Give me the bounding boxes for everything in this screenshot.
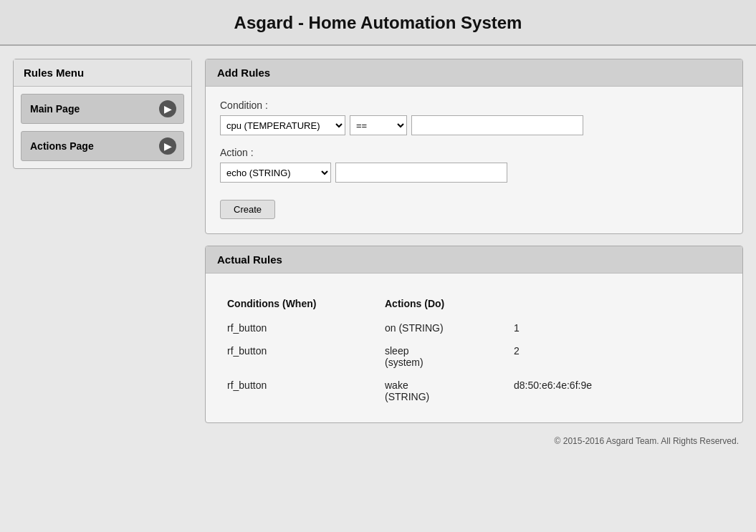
app-header: Asgard - Home Automation System <box>0 0 756 46</box>
rule-condition-1: rf_button <box>220 316 378 339</box>
sidebar-arrow-main: ▶ <box>159 100 176 117</box>
right-panel: Add Rules Condition : cpu (TEMPERATURE) … <box>205 59 743 423</box>
rule-condition-2: rf_button <box>220 339 378 374</box>
action-controls: echo (STRING) on (STRING) off (STRING) s… <box>220 163 728 183</box>
rule-value-2: 2 <box>507 339 728 374</box>
rules-table-header-row: Conditions (When) Actions (Do) <box>220 292 728 316</box>
add-rules-panel-body: Condition : cpu (TEMPERATURE) rf_button … <box>206 87 742 233</box>
col-conditions: Conditions (When) <box>220 292 378 316</box>
sidebar-item-main-page[interactable]: Main Page ▶ <box>21 94 184 124</box>
sidebar-title: Rules Menu <box>14 59 191 87</box>
add-rules-panel-header: Add Rules <box>206 59 742 87</box>
col-value <box>507 292 728 316</box>
sidebar-item-label-main: Main Page <box>30 103 80 115</box>
actual-rules-panel-body: Conditions (When) Actions (Do) rf_button… <box>206 274 742 422</box>
sidebar-item-actions-page[interactable]: Actions Page ▶ <box>21 131 184 161</box>
actual-rules-panel: Actual Rules Conditions (When) Actions (… <box>205 246 743 423</box>
create-button[interactable]: Create <box>220 200 275 219</box>
add-rules-panel: Add Rules Condition : cpu (TEMPERATURE) … <box>205 59 743 234</box>
actual-rules-panel-header: Actual Rules <box>206 246 742 274</box>
table-row: rf_button sleep(system) 2 <box>220 339 728 374</box>
condition-label: Condition : <box>220 100 728 111</box>
condition-controls: cpu (TEMPERATURE) rf_button time disk (U… <box>220 115 728 135</box>
rule-action-2: sleep(system) <box>378 339 507 374</box>
sidebar-arrow-actions: ▶ <box>159 137 176 155</box>
sidebar-item-label-actions: Actions Page <box>30 140 94 152</box>
col-actions: Actions (Do) <box>378 292 507 316</box>
rule-value-1: 1 <box>507 316 728 339</box>
app-title: Asgard - Home Automation System <box>0 13 756 33</box>
condition-form-row: Condition : cpu (TEMPERATURE) rf_button … <box>220 100 728 135</box>
rule-action-3: wake(STRING) <box>378 374 507 408</box>
table-row: rf_button wake(STRING) d8:50:e6:4e:6f:9e <box>220 374 728 408</box>
action-value-input[interactable] <box>335 163 507 183</box>
rule-value-3: d8:50:e6:4e:6f:9e <box>507 374 728 408</box>
footer-text: © 2015-2016 Asgard Team. All Rights Rese… <box>555 436 739 446</box>
operator-select[interactable]: == != > < >= <= <box>350 115 407 135</box>
action-label: Action : <box>220 147 728 158</box>
sidebar: Rules Menu Main Page ▶ Actions Page ▶ <box>13 59 192 169</box>
condition-value-input[interactable] <box>411 115 583 135</box>
condition-type-select[interactable]: cpu (TEMPERATURE) rf_button time disk (U… <box>220 115 345 135</box>
rule-condition-3: rf_button <box>220 374 378 408</box>
rule-action-1: on (STRING) <box>378 316 507 339</box>
action-form-row: Action : echo (STRING) on (STRING) off (… <box>220 147 728 183</box>
table-row: rf_button on (STRING) 1 <box>220 316 728 339</box>
rules-table: Conditions (When) Actions (Do) rf_button… <box>220 292 728 408</box>
footer: © 2015-2016 Asgard Team. All Rights Rese… <box>0 423 756 453</box>
action-type-select[interactable]: echo (STRING) on (STRING) off (STRING) s… <box>220 163 331 183</box>
main-content: Rules Menu Main Page ▶ Actions Page ▶ Ad… <box>0 46 756 423</box>
